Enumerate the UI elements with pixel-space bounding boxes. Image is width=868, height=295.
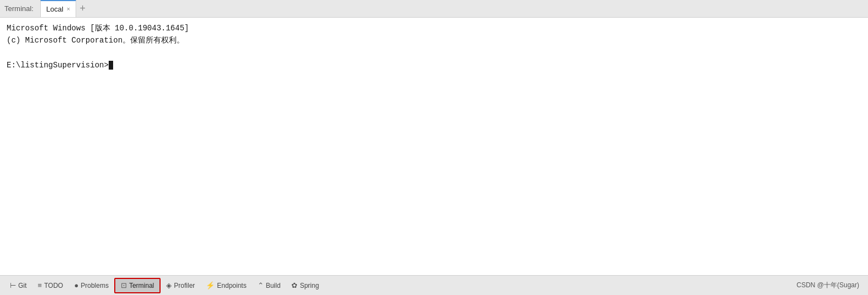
- status-git-label: Git: [18, 282, 26, 289]
- status-bar: ⊢ Git ≡ TODO ● Problems ⊡ Terminal ◈ Pro…: [0, 275, 868, 295]
- status-problems[interactable]: ● Problems: [68, 278, 114, 293]
- terminal-line-4: E:\listingSupervision>: [7, 59, 861, 71]
- status-profiler[interactable]: ◈ Profiler: [161, 278, 200, 293]
- terminal-label: Terminal:: [4, 4, 34, 13]
- build-icon: ⌃: [258, 281, 264, 289]
- git-icon: ⊢: [10, 281, 16, 289]
- status-terminal-label: Terminal: [129, 282, 154, 289]
- status-git[interactable]: ⊢ Git: [4, 278, 32, 293]
- terminal-content[interactable]: Microsoft Windows [版本 10.0.19043.1645] (…: [0, 18, 868, 275]
- tab-local-label: Local: [46, 5, 63, 13]
- endpoints-icon: ⚡: [206, 281, 215, 289]
- tab-close-icon[interactable]: ×: [67, 6, 70, 12]
- tab-bar: Terminal: Local × +: [0, 0, 868, 18]
- terminal-line-3: [7, 47, 861, 59]
- status-todo[interactable]: ≡ TODO: [32, 278, 68, 293]
- terminal-cursor: [109, 61, 113, 70]
- status-spring-label: Spring: [300, 282, 319, 289]
- tab-local[interactable]: Local ×: [40, 0, 77, 17]
- status-terminal[interactable]: ⊡ Terminal: [114, 278, 161, 293]
- terminal-icon: ⊡: [121, 281, 127, 289]
- spring-icon: ✿: [291, 281, 297, 289]
- terminal-line-2: (c) Microsoft Corporation。保留所有权利。: [7, 34, 861, 46]
- todo-icon: ≡: [38, 281, 42, 289]
- status-build-label: Build: [266, 282, 281, 289]
- terminal-prompt: E:\listingSupervision>: [7, 61, 109, 70]
- status-problems-label: Problems: [81, 282, 109, 289]
- status-build[interactable]: ⌃ Build: [252, 278, 286, 293]
- profiler-icon: ◈: [166, 281, 172, 289]
- status-endpoints[interactable]: ⚡ Endpoints: [200, 278, 252, 293]
- tab-add-button[interactable]: +: [76, 4, 89, 14]
- problems-icon: ●: [74, 281, 78, 289]
- status-spring[interactable]: ✿ Spring: [286, 278, 324, 293]
- status-endpoints-label: Endpoints: [217, 282, 246, 289]
- status-profiler-label: Profiler: [174, 282, 195, 289]
- status-todo-label: TODO: [44, 282, 63, 289]
- status-right-text: CSDN @十年(Sugar): [796, 281, 864, 290]
- terminal-line-1: Microsoft Windows [版本 10.0.19043.1645]: [7, 22, 861, 34]
